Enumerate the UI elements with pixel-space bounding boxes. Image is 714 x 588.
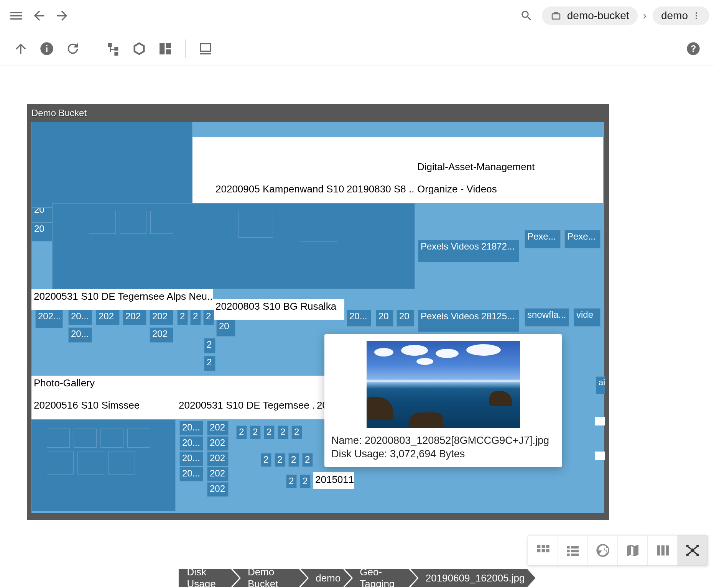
tile[interactable]: 202: [96, 310, 120, 325]
svg-point-1: [696, 15, 697, 16]
tile[interactable]: 2: [291, 425, 302, 439]
tile[interactable]: 202: [123, 310, 146, 325]
tile-pexels-21872[interactable]: Pexels Videos 21872...: [418, 240, 519, 262]
tile-pexe1[interactable]: Pexe...: [525, 230, 561, 248]
view-columns-button[interactable]: [648, 535, 678, 565]
label-tegernsee2[interactable]: 20200531 S10 DE Tegernsee ...: [176, 398, 314, 419]
tile[interactable]: 2: [204, 356, 216, 371]
label-photo-gallery[interactable]: Photo-Gallery: [31, 376, 356, 398]
tile[interactable]: 2: [190, 310, 201, 325]
aperture-button[interactable]: [128, 38, 150, 59]
view-graph-button[interactable]: [678, 535, 707, 565]
svg-rect-5: [46, 45, 47, 46]
tile[interactable]: 20: [376, 310, 393, 327]
tile[interactable]: 2: [300, 475, 311, 488]
tooltip-name-label: Name:: [331, 435, 365, 446]
tile[interactable]: 2: [261, 453, 271, 467]
tile[interactable]: 2: [302, 453, 313, 467]
tile[interactable]: 202: [150, 327, 173, 343]
tile[interactable]: 20: [31, 222, 52, 241]
arrow-left-icon: [31, 8, 47, 23]
breadcrumb-bucket-chip[interactable]: demo-bucket: [542, 7, 638, 25]
tile[interactable]: 202: [150, 310, 173, 325]
svg-point-10: [696, 545, 699, 547]
breadcrumb-seg[interactable]: 20190609_162005.jpg: [410, 569, 536, 587]
tile-vide[interactable]: vide: [574, 308, 600, 327]
list-icon: [565, 543, 581, 558]
more-icon[interactable]: [692, 11, 701, 20]
tile[interactable]: 20...: [179, 421, 203, 435]
label-organize-videos[interactable]: Organize - Videos: [415, 182, 603, 203]
tile[interactable]: 20: [396, 310, 414, 327]
upload-button[interactable]: [10, 38, 31, 59]
breadcrumb-seg[interactable]: Demo Bucket: [232, 569, 307, 587]
view-list-button[interactable]: [558, 535, 588, 565]
label-kampenwand[interactable]: 20200905 Kampenwand S10...: [213, 182, 344, 203]
label-tegernsee1[interactable]: 20200531 S10 DE Tegernsee Alps Neu...: [31, 289, 213, 310]
tile-snowfla[interactable]: snowfla...: [525, 308, 569, 327]
rotate-button[interactable]: [62, 38, 84, 59]
tile[interactable]: 20...: [68, 327, 92, 343]
tile[interactable]: 202: [207, 482, 229, 497]
tile[interactable]: 20: [216, 320, 235, 337]
tile[interactable]: 202: [207, 452, 229, 466]
tile[interactable]: 20...: [68, 310, 92, 325]
info-icon: [39, 41, 54, 56]
tile[interactable]: 20...: [179, 452, 203, 466]
view-aperture-button[interactable]: [588, 535, 618, 565]
back-button[interactable]: [28, 4, 51, 27]
view-switcher: [528, 535, 708, 566]
breadcrumb-current-chip[interactable]: demo: [653, 7, 709, 25]
tile[interactable]: 2: [286, 475, 297, 488]
tooltip-disk-value: 3,072,694 Bytes: [390, 448, 465, 460]
tile[interactable]: 2: [204, 338, 216, 353]
tile[interactable]: 20...: [179, 467, 203, 481]
view-grid-button[interactable]: [528, 535, 558, 565]
tile[interactable]: 202: [207, 421, 229, 435]
label-s8-2019[interactable]: 20190830 S8 ...: [344, 182, 415, 203]
menu-button[interactable]: [5, 4, 28, 27]
polygon-icon: [132, 41, 147, 56]
graph-icon: [685, 543, 700, 558]
tooltip-name-value: 20200803_120852[8GMCCG9C+J7].jpg: [365, 435, 549, 446]
tile[interactable]: 2: [275, 453, 285, 467]
info-button[interactable]: [36, 38, 58, 59]
toolbar: ?: [0, 31, 714, 66]
svg-point-2: [696, 18, 697, 19]
breadcrumb-seg[interactable]: demo: [300, 569, 351, 587]
svg-point-9: [686, 545, 689, 547]
label-dam[interactable]: Digital-Asset-Management: [415, 159, 603, 182]
tile[interactable]: 2: [250, 425, 261, 439]
layout-button[interactable]: [155, 38, 176, 59]
tile[interactable]: 20...: [179, 436, 203, 451]
fullscreen-icon: [198, 41, 213, 56]
view-map-button[interactable]: [618, 535, 648, 565]
tree-icon: [105, 41, 121, 56]
label-rusalka[interactable]: 20200803 S10 BG Rusalka: [213, 299, 344, 320]
tile-pexels-28125a[interactable]: Pexels Videos 28125...: [418, 310, 519, 332]
tile[interactable]: 20...: [347, 310, 371, 327]
tile-ai[interactable]: ai: [596, 376, 605, 394]
tile[interactable]: 2: [236, 425, 247, 439]
breadcrumb-seg[interactable]: Geo-Tagging: [344, 569, 417, 587]
tile[interactable]: 2: [177, 310, 188, 325]
tile[interactable]: 2: [288, 453, 299, 467]
tile[interactable]: 202...: [35, 310, 63, 328]
label-simssee2[interactable]: 20200516 S10 Simssee: [31, 398, 176, 419]
tile[interactable]: 2: [278, 425, 288, 439]
label-2015011[interactable]: 2015011: [313, 472, 354, 489]
breadcrumb-seg[interactable]: Disk Usage: [179, 569, 239, 587]
tooltip-thumbnail: [367, 341, 520, 428]
help-icon: ?: [686, 41, 701, 56]
tile-pexe2[interactable]: Pexe...: [564, 230, 600, 248]
briefcase-icon: [550, 10, 562, 21]
tile[interactable]: 2: [203, 310, 214, 325]
tile[interactable]: 2: [264, 425, 275, 439]
forward-button[interactable]: [51, 4, 74, 27]
help-button[interactable]: ?: [683, 38, 704, 59]
tile[interactable]: 202: [207, 436, 229, 451]
fullscreen-button[interactable]: [195, 38, 216, 59]
search-button[interactable]: [515, 4, 538, 27]
tile[interactable]: 202: [207, 467, 229, 481]
tree-button[interactable]: [102, 38, 124, 59]
